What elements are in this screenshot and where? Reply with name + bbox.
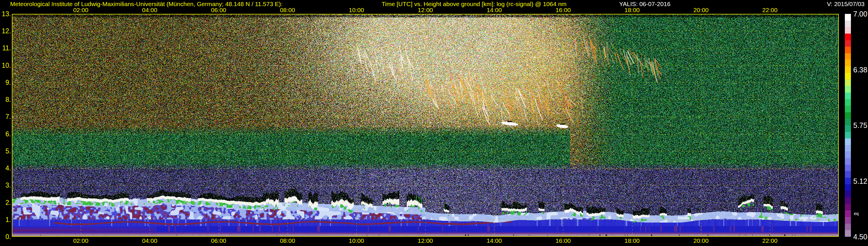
x-tick-label-bottom: 06:00 <box>211 237 226 244</box>
colorbar-segment <box>845 224 851 230</box>
colorbar-segment <box>845 210 851 217</box>
plot-title: Time [UTC] vs. Height above ground [km]:… <box>382 1 566 7</box>
x-tick-label-top: 14:00 <box>487 7 502 13</box>
colorbar-segment <box>845 165 851 171</box>
colorbar-segment <box>845 53 851 60</box>
y-tick-label: 0. <box>0 233 11 241</box>
colorbar-segment <box>845 79 851 86</box>
y-tick-label: 9. <box>0 79 11 86</box>
colorbar-segment <box>845 171 851 178</box>
colorbar-segment <box>845 73 851 80</box>
colorbar-segment <box>845 34 851 40</box>
y-tick-label: 11. <box>0 44 11 52</box>
y-tick-label: 6. <box>0 130 11 138</box>
x-tick-label-top: 18:00 <box>624 7 640 13</box>
colorbar-segment <box>845 139 851 145</box>
colorbar-tick-label: 7.00 <box>853 10 867 18</box>
x-tick-label-top: 22:00 <box>763 7 778 13</box>
x-tick-label-top: 16:00 <box>556 7 571 13</box>
y-tick-label: 13. <box>0 10 11 18</box>
x-tick-label-bottom: 02:00 <box>73 237 89 244</box>
colorbar-segment <box>845 47 851 53</box>
x-tick-label-bottom: 18:00 <box>624 237 640 244</box>
colorbar <box>845 14 851 237</box>
colorbar-segment <box>845 184 851 191</box>
colorbar-segment <box>845 27 851 34</box>
x-tick-label-top: 20:00 <box>693 7 709 13</box>
colorbar-segment <box>845 145 851 152</box>
x-tick-label-top: 06:00 <box>211 7 226 13</box>
colorbar-segment <box>845 14 851 21</box>
x-tick-label-top: 04:00 <box>142 7 157 13</box>
colorbar-segment <box>845 21 851 27</box>
y-tick-label: 12. <box>0 27 11 35</box>
colorbar-segment <box>845 112 851 119</box>
x-tick-label-top: 08:00 <box>280 7 295 13</box>
y-tick-label: 10. <box>0 62 11 69</box>
lidar-quicklook-figure: Meteorological Institute of Ludwig-Maxim… <box>0 0 868 246</box>
x-tick-label-bottom: 14:00 <box>487 237 502 244</box>
x-tick-label-top: 02:00 <box>73 7 89 13</box>
y-tick-label: 8. <box>0 96 11 103</box>
x-tick-label-top: 12:00 <box>418 7 433 13</box>
colorbar-segment <box>845 191 851 197</box>
x-tick-label-bottom: 10:00 <box>349 237 364 244</box>
y-tick-label: 3. <box>0 181 11 189</box>
y-tick-label: 1. <box>0 216 11 223</box>
colorbar-segment <box>845 132 851 139</box>
colorbar-segment <box>845 119 851 125</box>
colorbar-segment <box>845 60 851 66</box>
colorbar-segment <box>845 86 851 93</box>
colorbar-tick-label: 5.75 <box>853 122 867 129</box>
colorbar-segment <box>845 204 851 211</box>
colorbar-tick-label: 5.12 <box>853 177 867 185</box>
colorbar-segment <box>845 151 851 158</box>
x-tick-label-bottom: 20:00 <box>693 237 709 244</box>
y-tick-label: 2. <box>0 199 11 206</box>
colorbar-unit-note: eq <box>854 211 859 216</box>
version-label: V: 2015/07/03 <box>827 1 865 7</box>
colorbar-segment <box>845 230 851 237</box>
colorbar-tick-label: 4.50 <box>853 233 867 241</box>
colorbar-segment <box>845 105 851 112</box>
colorbar-segment <box>845 158 851 165</box>
x-tick-label-bottom: 22:00 <box>763 237 778 244</box>
colorbar-segment <box>845 178 851 184</box>
colorbar-tick-label: 6.38 <box>853 66 867 74</box>
colorbar-segment <box>845 217 851 224</box>
colorbar-segment <box>845 40 851 47</box>
x-tick-label-top: 10:00 <box>349 7 364 13</box>
colorbar-segment <box>845 93 851 99</box>
colorbar-segment <box>845 125 851 132</box>
y-tick-label: 7. <box>0 113 11 120</box>
y-tick-label: 5. <box>0 147 11 155</box>
x-tick-label-bottom: 12:00 <box>418 237 433 244</box>
x-tick-label-bottom: 04:00 <box>142 237 157 244</box>
x-tick-label-bottom: 08:00 <box>280 237 295 244</box>
colorbar-segment <box>845 99 851 105</box>
heatmap-plot-area <box>12 14 839 237</box>
colorbar-segment <box>845 66 851 73</box>
x-tick-label-bottom: 16:00 <box>556 237 571 244</box>
colorbar-segment <box>845 197 851 204</box>
y-tick-label: 4. <box>0 164 11 172</box>
